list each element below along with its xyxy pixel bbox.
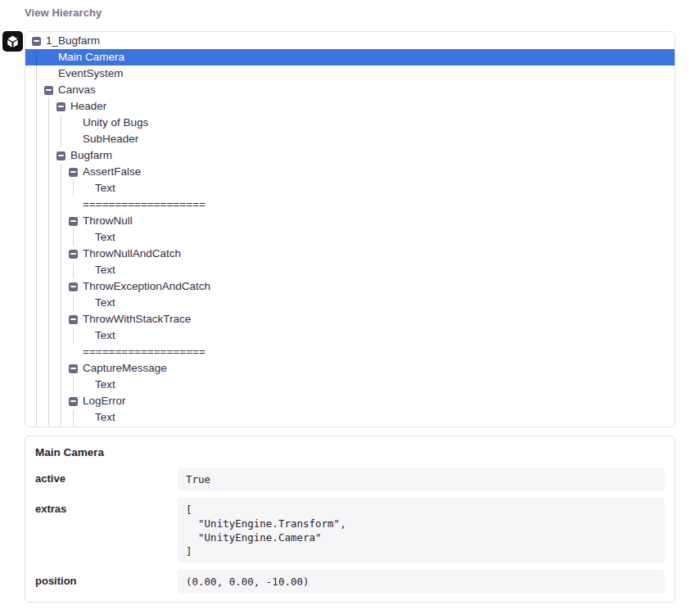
tree-row[interactable]: =================== <box>25 196 675 213</box>
collapse-minus-icon[interactable] <box>56 151 65 160</box>
tree-row[interactable]: Unity of Bugs <box>25 115 675 131</box>
tree-row[interactable]: Text <box>25 262 675 278</box>
tree-row[interactable]: Text <box>25 295 675 311</box>
view-hierarchy-page: View Hierarchy 1_Bugfarm Main Camera Eve… <box>0 0 700 614</box>
tree-row-label: Header <box>70 98 106 115</box>
tree-row-label: Main Camera <box>58 49 124 65</box>
tree-row-label: Canvas <box>58 82 96 98</box>
tree-row[interactable]: CaptureMessage <box>25 360 675 377</box>
tree-row-label: ThrowExceptionAndCatch <box>83 278 210 295</box>
tree-row[interactable]: Canvas <box>25 82 675 98</box>
tree-row-label: Text <box>95 229 115 246</box>
tree-rows: 1_Bugfarm Main Camera EventSystem Canvas… <box>25 33 675 426</box>
tree-row-label: Text <box>95 377 115 393</box>
tree-row-label: ThrowWithStackTrace <box>83 311 191 327</box>
hierarchy-tree-panel: 1_Bugfarm Main Camera EventSystem Canvas… <box>25 31 675 427</box>
collapse-minus-icon[interactable] <box>44 86 53 95</box>
tree-row[interactable]: Header <box>25 98 675 115</box>
tree-row-label: CaptureMessage <box>83 360 167 377</box>
tree-row-label: EventSystem <box>58 65 124 82</box>
tree-row[interactable]: Bugfarm <box>25 147 675 164</box>
collapse-minus-icon[interactable] <box>69 364 78 373</box>
tree-row-label: =================== <box>83 196 205 213</box>
tree-row[interactable]: ThrowExceptionAndCatch <box>25 278 675 295</box>
tree-row-label: ThrowNull <box>83 213 133 229</box>
tree-row-label: LogError <box>83 393 126 409</box>
page-title: View Hierarchy <box>25 7 102 19</box>
tree-row-label: Text <box>95 295 115 311</box>
collapse-minus-icon[interactable] <box>32 37 41 46</box>
tree-row[interactable]: Text <box>25 229 675 246</box>
detail-field-row: extras [ "UnityEngine.Transform", "Unity… <box>35 498 665 563</box>
tree-row-label: Text <box>95 409 115 426</box>
detail-field-row: active True <box>35 467 665 491</box>
tree-row[interactable]: AssertFalse <box>25 164 675 180</box>
collapse-minus-icon[interactable] <box>69 250 78 259</box>
detail-fields: active True extras [ "UnityEngine.Transf… <box>35 467 665 594</box>
tree-row[interactable]: ThrowNull <box>25 213 675 229</box>
selected-node-detail-panel: Main Camera active True extras [ "UnityE… <box>25 436 675 603</box>
collapse-minus-icon[interactable] <box>69 168 78 177</box>
detail-field-row: position (0.00, 0.00, -10.00) <box>35 570 665 594</box>
tree-row-label: AssertFalse <box>83 164 141 180</box>
detail-field-name: active <box>35 467 178 491</box>
tree-row[interactable]: ThrowNullAndCatch <box>25 246 675 262</box>
tree-row-label: 1_Bugfarm <box>46 33 100 49</box>
tree-row-label: =================== <box>83 344 205 360</box>
collapse-minus-icon[interactable] <box>69 217 78 226</box>
detail-field-value: (0.00, 0.00, -10.00) <box>178 570 665 594</box>
tree-row[interactable]: Text <box>25 377 675 393</box>
collapse-minus-icon[interactable] <box>56 102 65 111</box>
unity-logo-icon <box>2 31 23 52</box>
tree-row[interactable]: ThrowWithStackTrace <box>25 311 675 327</box>
tree-row[interactable]: SubHeader <box>25 131 675 147</box>
detail-field-value: True <box>178 467 665 491</box>
tree-row[interactable]: Text <box>25 327 675 344</box>
tree-row[interactable]: 1_Bugfarm <box>25 33 675 49</box>
tree-row-label: Unity of Bugs <box>83 115 148 131</box>
tree-row-label: SubHeader <box>83 131 138 147</box>
collapse-minus-icon[interactable] <box>69 397 78 406</box>
tree-row[interactable]: Text <box>25 409 675 426</box>
tree-row-label: Text <box>95 180 115 196</box>
detail-field-name: extras <box>35 498 178 563</box>
detail-field-name: position <box>35 570 178 594</box>
tree-row[interactable]: EventSystem <box>25 65 675 82</box>
collapse-minus-icon[interactable] <box>69 282 78 291</box>
detail-title: Main Camera <box>35 446 665 458</box>
collapse-minus-icon[interactable] <box>69 315 78 324</box>
tree-row-label: Bugfarm <box>70 147 112 164</box>
tree-row[interactable]: Text <box>25 180 675 196</box>
detail-field-value: [ "UnityEngine.Transform", "UnityEngine.… <box>178 498 665 563</box>
tree-row-label: Text <box>95 327 115 344</box>
tree-row-label: Text <box>95 262 115 278</box>
tree-row[interactable]: LogError <box>25 393 675 409</box>
tree-row-label: ThrowNullAndCatch <box>83 246 181 262</box>
tree-row[interactable]: Main Camera <box>25 49 675 65</box>
tree-row[interactable]: =================== <box>25 344 675 360</box>
